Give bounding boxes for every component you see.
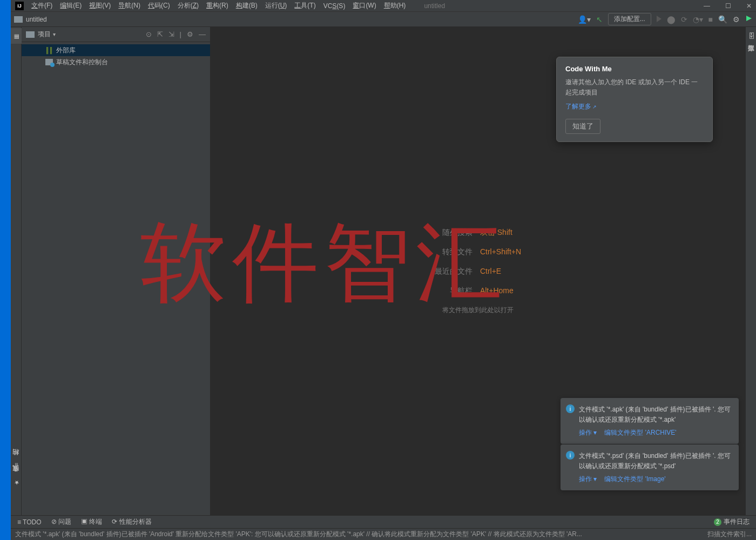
run-icon[interactable] [657, 15, 662, 24]
panel-title: 项目 [38, 30, 51, 39]
notification-text: 文件模式 '*.apk' (来自 'bundled' 插件)已被插件 '. 您可… [579, 404, 732, 425]
build-icon[interactable]: ↖ [596, 15, 603, 24]
menu-analyze[interactable]: 分析(Z) [178, 1, 199, 10]
info-icon: i [566, 451, 575, 460]
menu-view[interactable]: 视图(V) [89, 1, 111, 10]
notification-actions-dropdown[interactable]: 操作 ▾ [579, 475, 597, 484]
menu-help[interactable]: 帮助(H) [384, 1, 406, 10]
tool-tab-structure[interactable]: ≡结构 [11, 457, 22, 469]
edit-file-type-link[interactable]: 编辑文件类型 'Image' [604, 475, 665, 484]
tree-label: 外部库 [56, 46, 76, 55]
app-logo: IJ [15, 2, 24, 10]
run-configuration-selector[interactable]: 添加配置... [608, 13, 651, 25]
collapse-all-icon[interactable]: ⇲ [168, 30, 174, 38]
tool-tab-terminal[interactable]: ▣ 终端 [81, 517, 102, 526]
menu-code[interactable]: 代码(C) [148, 1, 170, 10]
stop-icon[interactable]: ■ [708, 15, 713, 24]
menu-build[interactable]: 构建(B) [236, 1, 258, 10]
coverage-icon[interactable]: ⟳ [681, 15, 687, 24]
structure-icon: ≡ [13, 463, 19, 466]
window-maximize-icon[interactable]: ☐ [725, 2, 731, 10]
expand-all-icon[interactable]: ⇱ [157, 30, 163, 38]
tool-tab-todo[interactable]: ≡ TODO [17, 518, 42, 526]
project-sidebar: 项目 ▾ ⊙ ⇱ ⇲ | ⚙ — ║║ 外部库 草稿文件和控制台 [22, 27, 211, 515]
popup-description: 邀请其他人加入您的 IDE 或加入另一个 IDE 一起完成项目 [565, 77, 704, 98]
breadcrumb[interactable]: untitled [26, 16, 47, 23]
library-icon: ║║ [45, 47, 53, 53]
menu-tools[interactable]: 工具(T) [294, 1, 315, 10]
project-tree: ║║ 外部库 草稿文件和控制台 [22, 42, 210, 70]
tree-item-scratches[interactable]: 草稿文件和控制台 [22, 56, 210, 68]
drop-hint: 将文件拖放到此处以打开 [435, 306, 521, 315]
hide-panel-icon[interactable]: — [199, 30, 206, 38]
menu-file[interactable]: 文件(F) [31, 1, 52, 10]
event-log-button[interactable]: 2 事件日志 [714, 517, 750, 526]
learn-more-link[interactable]: 了解更多↗ [565, 103, 597, 110]
project-icon: ▦ [12, 33, 19, 40]
edit-file-type-link[interactable]: 编辑文件类型 'ARCHIVE' [604, 428, 676, 437]
hint-shortcut: Ctrl+Shift+N [480, 247, 521, 257]
info-icon: i [566, 404, 575, 413]
got-it-button[interactable]: 知道了 [565, 119, 600, 134]
hint-shortcut: 双击 Shift [480, 228, 512, 238]
left-tool-gutter: ▦项目 ≡结构 ★收藏夹 [11, 27, 22, 515]
search-icon[interactable]: 🔍 [718, 15, 727, 24]
menu-navigate[interactable]: 导航(N) [118, 1, 140, 10]
menu-refactor[interactable]: 重构(R) [206, 1, 228, 10]
status-message: 文件模式 '*.apk' (来自 'bundled' 插件)已被插件 'Andr… [15, 530, 582, 539]
menu-vcs[interactable]: VCS(S) [323, 2, 346, 10]
popup-title: Code With Me [565, 65, 704, 73]
event-count-badge: 2 [714, 518, 721, 526]
hint-shortcut: Ctrl+E [480, 267, 501, 276]
tool-tab-favorites[interactable]: ★收藏夹 [11, 474, 22, 489]
debug-icon[interactable]: ⬤ [667, 15, 676, 24]
menu-bar: IJ 文件(F) 编辑(E) 视图(V) 导航(N) 代码(C) 分析(Z) 重… [11, 0, 756, 12]
profiler-icon[interactable]: ◔▾ [693, 15, 703, 24]
select-opened-file-icon[interactable]: ⊙ [146, 30, 152, 38]
notification-actions-dropdown[interactable]: 操作 ▾ [579, 428, 597, 437]
hint-label: 转到文件 [435, 247, 473, 257]
menu-run[interactable]: 运行(U) [265, 1, 287, 10]
divider: | [180, 30, 181, 38]
ide-services-icon[interactable] [745, 15, 753, 24]
svg-marker-0 [746, 16, 752, 21]
menu-edit[interactable]: 编辑(E) [60, 1, 82, 10]
notification-text: 文件模式 '*.psd' (来自 'bundled' 插件)已被插件 '. 您可… [579, 451, 732, 471]
project-panel-header: 项目 ▾ ⊙ ⇱ ⇲ | ⚙ — [22, 27, 210, 42]
tool-tab-profiler[interactable]: ⟳ 性能分析器 [112, 517, 151, 526]
right-tool-gutter: 🗄数据库 [745, 27, 756, 515]
tool-tab-problems[interactable]: ⊘ 问题 [51, 517, 71, 526]
database-icon: 🗄 [747, 32, 755, 39]
external-link-icon: ↗ [592, 104, 597, 110]
ide-window: IJ 文件(F) 编辑(E) 视图(V) 导航(N) 代码(C) 分析(Z) 重… [11, 0, 756, 540]
bottom-tool-bar: ≡ TODO ⊘ 问题 ▣ 终端 ⟳ 性能分析器 2 事件日志 [11, 515, 756, 528]
desktop-strip [0, 0, 11, 540]
navigation-bar: untitled 👤▾ ↖ 添加配置... ⬤ ⟳ ◔▾ ■ 🔍 ⚙ [11, 12, 756, 27]
scratch-icon [45, 59, 53, 65]
status-bar: 文件模式 '*.apk' (来自 'bundled' 插件)已被插件 'Andr… [11, 528, 756, 540]
window-title: untitled [424, 2, 445, 10]
window-minimize-icon[interactable]: — [704, 2, 710, 10]
tool-tab-project[interactable]: ▦项目 [11, 28, 22, 44]
hint-shortcut: Alt+Home [480, 286, 514, 296]
folder-icon [26, 31, 35, 38]
settings-icon[interactable]: ⚙ [733, 15, 740, 24]
menu-window[interactable]: 窗口(W) [353, 1, 376, 10]
empty-editor-hints: 随处搜索双击 Shift 转到文件Ctrl+Shift+N 最近的文件Ctrl+… [435, 228, 521, 315]
hint-label: 导航栏 [435, 286, 473, 296]
chevron-down-icon[interactable]: ▾ [53, 31, 56, 37]
code-with-me-icon[interactable]: 👤▾ [578, 15, 591, 24]
hint-label: 随处搜索 [435, 228, 473, 238]
tree-label: 草稿文件和控制台 [56, 58, 108, 67]
folder-icon [14, 16, 23, 23]
tree-item-external-libraries[interactable]: ║║ 外部库 [22, 44, 210, 56]
window-close-icon[interactable]: ✕ [746, 2, 752, 10]
indexing-status: 扫描文件索引... [707, 530, 752, 539]
hint-label: 最近的文件 [435, 267, 473, 276]
panel-settings-icon[interactable]: ⚙ [187, 30, 193, 38]
code-with-me-popup: Code With Me 邀请其他人加入您的 IDE 或加入另一个 IDE 一起… [556, 57, 713, 142]
notification-psd: i 文件模式 '*.psd' (来自 'bundled' 插件)已被插件 '. … [561, 444, 739, 490]
tool-tab-database[interactable]: 🗄数据库 [745, 29, 756, 43]
star-icon: ★ [12, 479, 19, 486]
notification-apk: i 文件模式 '*.apk' (来自 'bundled' 插件)已被插件 '. … [561, 398, 739, 444]
